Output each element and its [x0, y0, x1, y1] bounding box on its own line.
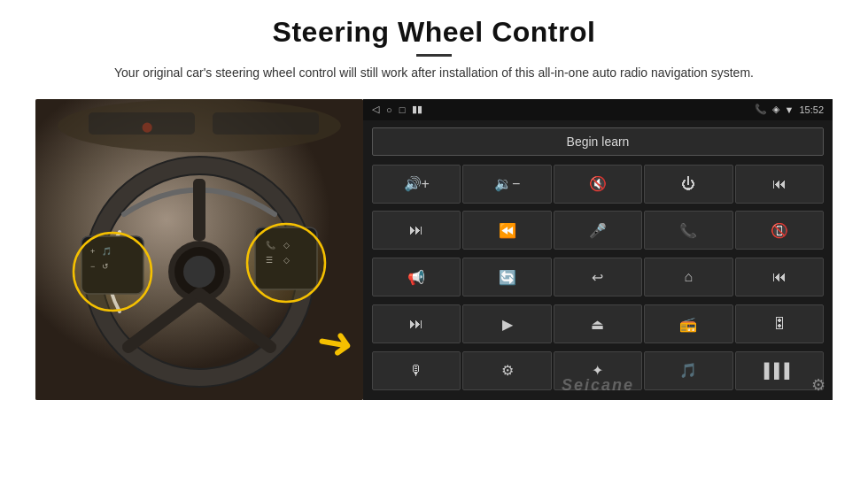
page-container: Steering Wheel Control Your original car…	[0, 0, 868, 485]
control-btn-equalizer[interactable]: 🎛	[735, 304, 824, 343]
svg-point-9	[183, 256, 215, 288]
nav-back-icon[interactable]: ◁	[372, 104, 379, 115]
control-btn-music[interactable]: 🎵	[644, 351, 732, 390]
status-bar-right: 📞 ◈ ▼ 15:52	[755, 104, 824, 115]
control-btn-vol-mute[interactable]: 🔇	[554, 165, 642, 204]
control-btn-bars[interactable]: ▌▌▌	[735, 351, 824, 390]
svg-rect-10	[193, 179, 205, 241]
control-btn-hang-up[interactable]: 📵	[735, 211, 824, 250]
android-panel: ◁ ○ □ ▮▮ 📞 ◈ ▼ 15:52 Begin learn 🔊+🔉−🔇⏻⏮…	[363, 99, 833, 400]
time-display: 15:52	[799, 104, 824, 115]
control-btn-bluetooth[interactable]: ✦	[554, 351, 642, 390]
signal-icon: ▮▮	[412, 104, 422, 115]
control-btn-horn[interactable]: 📢	[372, 258, 461, 296]
phone-status-icon: 📞	[755, 104, 767, 115]
control-btn-mic[interactable]: 🎤	[554, 211, 642, 250]
control-btn-power[interactable]: ⏻	[644, 165, 732, 204]
control-btn-fast-forward[interactable]: ⏭	[372, 304, 461, 343]
svg-point-22	[247, 224, 325, 302]
page-subtitle: Your original car's steering wheel contr…	[114, 64, 754, 83]
title-divider	[416, 54, 452, 57]
status-bar-left: ◁ ○ □ ▮▮	[372, 104, 422, 115]
control-btn-phone[interactable]: 📞	[644, 211, 732, 250]
location-icon: ◈	[772, 104, 779, 115]
control-btn-360-view[interactable]: 🔄	[462, 258, 551, 296]
nav-recent-icon[interactable]: □	[399, 104, 406, 115]
svg-rect-3	[89, 112, 195, 135]
control-btn-radio[interactable]: 📻	[644, 304, 732, 343]
control-btn-seek-back[interactable]: ⏪	[462, 211, 551, 250]
svg-point-21	[74, 233, 151, 311]
control-btn-mic2[interactable]: 🎙	[372, 351, 461, 390]
control-btn-eject[interactable]: ⏏	[554, 304, 642, 343]
nav-home-icon[interactable]: ○	[386, 104, 392, 115]
begin-learn-button[interactable]: Begin learn	[372, 127, 824, 156]
control-btn-back[interactable]: ↩	[554, 258, 642, 296]
status-bar: ◁ ○ □ ▮▮ 📞 ◈ ▼ 15:52	[363, 99, 833, 120]
begin-learn-row: Begin learn	[363, 120, 833, 161]
controls-grid: 🔊+🔉−🔇⏻⏮⏭⏪🎤📞📵📢🔄↩⌂⏮⏭▶⏏📻🎛🎙⚙✦🎵▌▌▌	[363, 161, 833, 400]
title-section: Steering Wheel Control Your original car…	[114, 16, 754, 94]
control-btn-skip-forward[interactable]: ⏭	[372, 211, 461, 250]
control-btn-prev-track[interactable]: ⏮	[735, 165, 824, 204]
control-btn-vol-down[interactable]: 🔉−	[462, 165, 551, 204]
steering-wheel-image: ⬤ +	[35, 99, 363, 400]
content-row: ⬤ +	[35, 99, 833, 400]
control-btn-skip-back2[interactable]: ⏮	[735, 258, 824, 296]
control-btn-vol-up[interactable]: 🔊+	[372, 165, 461, 204]
svg-rect-4	[213, 112, 319, 135]
control-btn-navigate[interactable]: ▶	[462, 304, 551, 343]
control-btn-settings2[interactable]: ⚙	[462, 351, 551, 390]
page-title: Steering Wheel Control	[114, 16, 754, 49]
gear-settings-icon[interactable]: ⚙	[811, 375, 825, 395]
control-btn-home[interactable]: ⌂	[644, 258, 732, 296]
wifi-icon: ▼	[785, 104, 794, 115]
